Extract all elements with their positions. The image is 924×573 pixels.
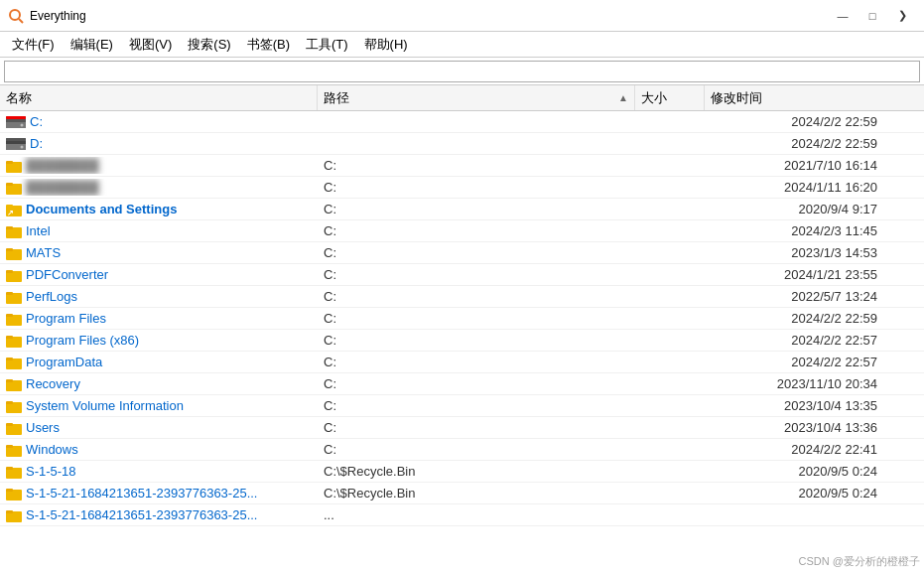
menu-item-edit[interactable]: 编辑(E) bbox=[63, 34, 121, 56]
table-row[interactable]: Program Files (x86) C: 2024/2/2 22:57 bbox=[0, 330, 924, 352]
file-name: ████████ bbox=[26, 158, 99, 173]
table-row[interactable]: Intel C: 2024/2/3 11:45 bbox=[0, 220, 924, 242]
file-size bbox=[635, 493, 705, 495]
table-row[interactable]: ████████ C: 2021/7/10 16:14 bbox=[0, 155, 924, 177]
minimize-button[interactable]: — bbox=[829, 6, 857, 26]
search-input[interactable] bbox=[4, 61, 920, 82]
col-header-path[interactable]: 路径 ▲ bbox=[318, 85, 635, 110]
file-path: C: bbox=[318, 201, 635, 217]
file-name: S-1-5-18 bbox=[26, 464, 76, 479]
file-path bbox=[318, 121, 635, 123]
file-name: Program Files bbox=[26, 311, 106, 326]
table-row[interactable]: Windows C: 2024/2/2 22:41 bbox=[0, 439, 924, 461]
table-row[interactable]: ████████ C: 2024/1/11 16:20 bbox=[0, 177, 924, 199]
file-path: C: bbox=[318, 332, 635, 349]
svg-point-6 bbox=[21, 123, 24, 126]
file-modified: 2024/2/3 11:45 bbox=[705, 222, 883, 239]
expand-button[interactable]: ❯ bbox=[888, 6, 916, 26]
folder-icon bbox=[6, 399, 22, 413]
table-row[interactable]: Recovery C: 2023/11/10 20:34 bbox=[0, 373, 924, 395]
file-modified: 2022/5/7 13:24 bbox=[705, 288, 883, 305]
file-size bbox=[635, 405, 705, 407]
table-row[interactable]: ProgramData C: 2024/2/2 22:57 bbox=[0, 352, 924, 373]
file-name: S-1-5-21-1684213651-2393776363-25... bbox=[26, 486, 257, 501]
file-path: C: bbox=[318, 441, 635, 458]
file-path: C: bbox=[318, 310, 635, 327]
svg-rect-36 bbox=[6, 401, 13, 404]
file-name: Users bbox=[26, 420, 60, 435]
drive-d-icon bbox=[6, 137, 26, 151]
col-header-modified[interactable]: 修改时间 bbox=[705, 85, 883, 110]
file-modified: 2023/10/4 13:36 bbox=[705, 419, 883, 436]
col-header-name[interactable]: 名称 bbox=[0, 85, 318, 110]
file-size bbox=[635, 296, 705, 298]
file-name: ████████ bbox=[26, 180, 99, 195]
svg-rect-30 bbox=[6, 336, 13, 339]
menu-bar: 文件(F)编辑(E)视图(V)搜索(S)书签(B)工具(T)帮助(H) bbox=[0, 32, 924, 58]
svg-rect-28 bbox=[6, 314, 13, 317]
folder-icon bbox=[6, 508, 22, 522]
table-row[interactable]: Program Files C: 2024/2/2 22:59 bbox=[0, 308, 924, 330]
file-path: C:\$Recycle.Bin bbox=[318, 485, 635, 501]
file-name: PerfLogs bbox=[26, 289, 77, 304]
table-row[interactable]: S-1-5-21-1684213651-2393776363-25... ... bbox=[0, 504, 924, 526]
file-name: Program Files (x86) bbox=[26, 333, 139, 348]
table-row[interactable]: S-1-5-18 C:\$Recycle.Bin 2020/9/5 0:24 bbox=[0, 461, 924, 483]
file-modified: 2023/10/4 13:35 bbox=[705, 397, 883, 414]
folder-icon bbox=[6, 334, 22, 348]
file-list[interactable]: C: 2024/2/2 22:59 D: 2024/2/2 22:59 bbox=[0, 111, 924, 573]
menu-item-help[interactable]: 帮助(H) bbox=[356, 34, 416, 56]
folder-icon bbox=[6, 159, 22, 173]
menu-item-bookmark[interactable]: 书签(B) bbox=[239, 34, 298, 56]
file-size bbox=[635, 143, 705, 145]
table-row[interactable]: Users C: 2023/10/4 13:36 bbox=[0, 417, 924, 439]
file-modified: 2020/9/5 0:24 bbox=[705, 485, 883, 501]
table-row[interactable]: System Volume Information C: 2023/10/4 1… bbox=[0, 395, 924, 417]
table-row[interactable]: PerfLogs C: 2022/5/7 13:24 bbox=[0, 286, 924, 308]
app-icon bbox=[8, 8, 24, 24]
file-modified: 2024/1/11 16:20 bbox=[705, 179, 883, 196]
svg-rect-34 bbox=[6, 379, 13, 382]
file-modified bbox=[705, 514, 883, 516]
shortcut-folder-icon: ↗ bbox=[6, 203, 22, 216]
folder-icon bbox=[6, 268, 22, 282]
table-row[interactable]: PDFConverter C: 2024/1/21 23:55 bbox=[0, 264, 924, 286]
table-row[interactable]: MATS C: 2023/1/3 14:53 bbox=[0, 242, 924, 264]
folder-icon bbox=[6, 377, 22, 391]
menu-item-file[interactable]: 文件(F) bbox=[4, 34, 63, 56]
folder-icon bbox=[6, 487, 22, 501]
svg-rect-32 bbox=[6, 358, 13, 360]
title-bar-controls: — □ ❯ bbox=[829, 6, 916, 26]
menu-item-view[interactable]: 视图(V) bbox=[121, 34, 180, 56]
folder-icon bbox=[6, 421, 22, 435]
file-modified: 2024/2/2 22:59 bbox=[705, 310, 883, 327]
file-size bbox=[635, 514, 705, 516]
table-row[interactable]: ↗ Documents and Settings C: 2020/9/4 9:1… bbox=[0, 199, 924, 220]
menu-item-tools[interactable]: 工具(T) bbox=[298, 34, 356, 56]
file-name: D: bbox=[30, 136, 43, 151]
col-header-size[interactable]: 大小 bbox=[635, 85, 705, 110]
file-name: ProgramData bbox=[26, 355, 102, 369]
file-size bbox=[635, 383, 705, 385]
menu-item-search[interactable]: 搜索(S) bbox=[180, 34, 238, 56]
file-size bbox=[635, 121, 705, 123]
file-modified: 2024/1/21 23:55 bbox=[705, 266, 883, 283]
table-row[interactable]: D: 2024/2/2 22:59 bbox=[0, 133, 924, 155]
maximize-button[interactable]: □ bbox=[858, 6, 886, 26]
folder-icon bbox=[6, 290, 22, 304]
table-row[interactable]: C: 2024/2/2 22:59 bbox=[0, 111, 924, 133]
file-modified: 2024/2/2 22:59 bbox=[705, 135, 883, 152]
file-size bbox=[635, 361, 705, 363]
svg-rect-42 bbox=[6, 467, 13, 470]
table-row[interactable]: S-1-5-21-1684213651-2393776363-25... C:\… bbox=[0, 483, 924, 504]
svg-rect-8 bbox=[6, 138, 26, 141]
file-size bbox=[635, 318, 705, 320]
svg-text:↗: ↗ bbox=[7, 209, 14, 216]
drive-c-icon bbox=[6, 115, 26, 129]
svg-rect-15 bbox=[6, 183, 13, 186]
watermark: CSDN @爱分析的橙橙子 bbox=[799, 554, 920, 569]
app-title: Everything bbox=[30, 9, 829, 23]
file-path: C: bbox=[318, 375, 635, 392]
file-size bbox=[635, 209, 705, 211]
svg-line-1 bbox=[19, 19, 23, 23]
